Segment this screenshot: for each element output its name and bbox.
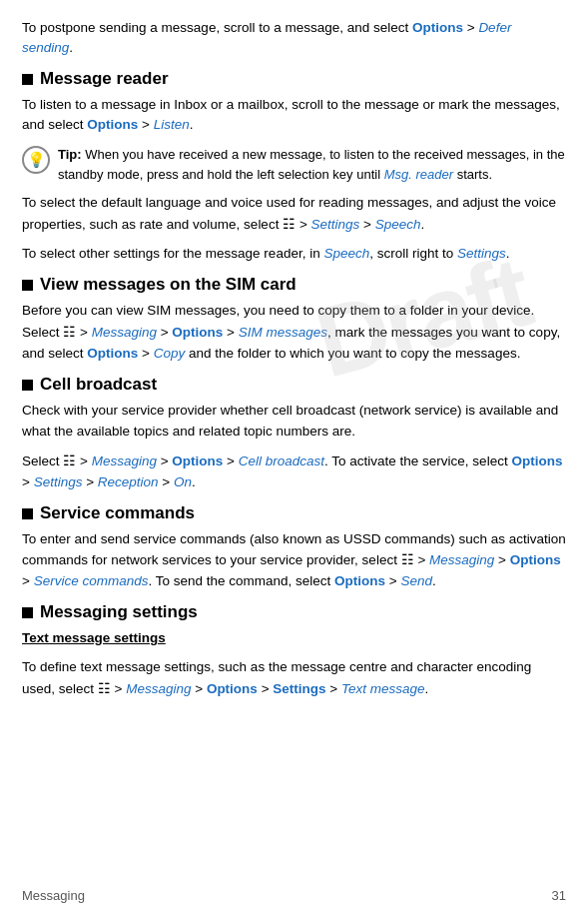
intro-text-sep: >: [463, 20, 478, 35]
service-commands-heading: Service commands: [22, 503, 566, 523]
intro-link-options: Options: [412, 20, 463, 35]
message-reader-heading-text: Message reader: [40, 69, 169, 89]
menu-icon-1: ☷: [283, 216, 295, 232]
cell-broadcast-heading-text: Cell broadcast: [40, 375, 157, 395]
menu-icon-5: ☷: [98, 680, 111, 696]
text-message-settings-subheading: Text message settings: [22, 628, 566, 649]
tip-box: 💡 Tip: When you have received a new mess…: [22, 145, 566, 184]
heading-square-icon-2: [22, 280, 33, 291]
tip-end: starts.: [453, 167, 492, 182]
heading-square-icon: [22, 74, 33, 85]
service-commands-para: To enter and send service commands (also…: [22, 529, 566, 593]
message-reader-para3: To select other settings for the message…: [22, 244, 566, 265]
messaging-settings-heading: Messaging settings: [22, 602, 566, 622]
view-sim-heading-text: View messages on the SIM card: [40, 275, 296, 295]
tip-icon: 💡: [22, 146, 50, 174]
tip-label: Tip:: [58, 147, 82, 162]
heading-square-icon-4: [22, 508, 33, 519]
menu-icon-2: ☷: [63, 324, 76, 340]
footer-page: 31: [552, 888, 566, 903]
intro-text-end: .: [69, 40, 73, 55]
tip-link: Msg. reader: [384, 167, 453, 182]
cell-broadcast-heading: Cell broadcast: [22, 375, 566, 395]
message-reader-para2: To select the default language and voice…: [22, 193, 566, 236]
footer: Messaging 31: [0, 888, 588, 903]
menu-icon-4: ☷: [401, 551, 414, 567]
view-sim-heading: View messages on the SIM card: [22, 275, 566, 295]
message-reader-heading: Message reader: [22, 69, 566, 89]
footer-label: Messaging: [22, 888, 85, 903]
message-reader-para1: To listen to a message in Inbox or a mai…: [22, 95, 566, 137]
intro-paragraph: To postpone sending a message, scroll to…: [22, 18, 566, 59]
tip-text: Tip: When you have received a new messag…: [58, 145, 566, 184]
menu-icon-3: ☷: [63, 453, 76, 468]
heading-square-icon-3: [22, 380, 33, 391]
service-commands-heading-text: Service commands: [40, 503, 195, 523]
heading-square-icon-5: [22, 607, 33, 618]
messaging-settings-para: To define text message settings, such as…: [22, 657, 566, 700]
messaging-settings-heading-text: Messaging settings: [40, 602, 198, 622]
view-sim-para: Before you can view SIM messages, you ne…: [22, 301, 566, 365]
cell-broadcast-para1: Check with your service provider whether…: [22, 401, 566, 443]
intro-text-pre: To postpone sending a message, scroll to…: [22, 20, 412, 35]
cell-broadcast-para2: Select ☷ > Messaging > Options > Cell br…: [22, 451, 566, 493]
